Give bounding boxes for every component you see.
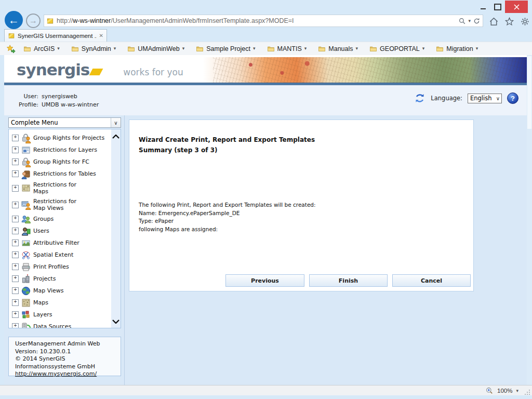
sidebar-item-attributive-filter[interactable]: +Attributive Filter [9,237,111,249]
cubes-icon [21,310,31,320]
expand-icon[interactable]: + [12,185,19,192]
expand-icon[interactable]: + [12,311,19,318]
expand-icon[interactable]: + [12,228,19,234]
minimize-button[interactable] [476,1,490,13]
folder-icon [71,45,79,52]
sidebar-item-group-rights-for-projects[interactable]: +Group Rights for Projects [9,132,111,144]
home-button[interactable] [487,16,500,27]
address-bar[interactable]: http://w-ws-wintner/UserManagementAdminW… [44,15,483,27]
close-button[interactable] [505,1,528,13]
sidebar-item-spatial-extent[interactable]: +Spatial Extent [9,249,111,261]
tab-synergis-usermanagement[interactable]: SynerGIS Usermanagement ... ✕ [4,29,107,42]
expand-icon[interactable]: + [12,240,19,246]
folder-icon [267,45,275,52]
expand-icon[interactable]: + [12,299,19,306]
scrollbar-thumb[interactable] [527,56,531,129]
expand-icon[interactable]: + [12,287,19,294]
sidebar-item-print-profiles[interactable]: +Print Profiles [9,261,111,273]
tab-close-icon[interactable]: ✕ [99,33,103,38]
logo-swoosh-icon [89,69,103,75]
menu-list: +Group Rights for Projects +Restrictions… [9,129,111,328]
sidebar-item-restrictions-for-layers[interactable]: +Restrictions for Layers [9,144,111,156]
previous-button[interactable]: Previous [225,274,304,287]
expand-icon[interactable]: + [12,147,19,153]
search-caret-icon[interactable]: ▾ [468,19,471,23]
forward-icon: → [29,16,37,25]
favorite-manuals[interactable]: Manuals▾ [314,44,362,54]
back-button[interactable]: ← [5,11,23,29]
chevron-down-icon: ▾ [114,46,116,51]
expand-icon[interactable]: + [12,158,19,165]
favorite-label: MANTIS [277,45,302,52]
expand-icon[interactable]: + [12,323,19,328]
forward-button[interactable]: → [26,14,41,28]
folder-icon [196,45,204,52]
sidebar-item-map-views[interactable]: +Map Views [9,285,111,297]
url-domain: w-ws-wintner [73,17,111,24]
menu-mode-select[interactable]: Complete Menu ∨ [8,117,121,128]
favorite-label: UMAdminWeb [138,45,179,52]
favorite-sample-project[interactable]: Sample Project▾ [192,44,259,54]
sidebar-item-data-sources[interactable]: +Data Sources [9,321,111,328]
reload-icon[interactable] [414,92,425,104]
expand-icon[interactable]: + [12,216,19,222]
zoom-caret-icon[interactable]: ▾ [516,389,518,393]
site-favicon [46,17,54,25]
search-icon[interactable] [458,17,466,25]
scroll-down-icon[interactable] [111,316,121,327]
synergis-logo: synergis works for you [17,60,183,79]
refresh-icon[interactable] [473,17,481,25]
chevron-down-icon: ▾ [476,46,478,51]
expand-icon[interactable]: + [12,170,19,177]
sidebar-item-groups[interactable]: +Groups [9,213,111,225]
sidebar-item-restrictions-for-map-views[interactable]: +Restrictions for Map Views [9,196,111,213]
sidebar-item-restrictions-for-tables[interactable]: +Restrictions for Tables [9,168,111,180]
about-box: UserManagement Admin Web Version: 10.230… [8,337,121,376]
browser-scrollbar[interactable] [527,55,532,385]
summary-line: Name: Emergency.ePaperSample_DE [139,209,316,218]
expand-icon[interactable]: + [12,251,19,258]
favorite-arcgis[interactable]: ArcGIS▾ [20,44,63,54]
language-select[interactable]: English ∨ [468,94,502,103]
sidebar-item-group-rights-for-fc[interactable]: +Group Rights for FC [9,156,111,168]
chevron-down-icon: ▾ [422,46,425,51]
profile-value: UMDB w-ws-wintner [42,101,99,108]
expand-icon[interactable]: + [12,263,19,270]
favorite-synadmin[interactable]: SynAdmin▾ [68,44,120,54]
synergis-link[interactable]: http://www.mysynergis.com/ [15,370,97,377]
favorite-geoportal[interactable]: GEOPORTAL▾ [366,44,428,54]
zoom-level: 100% [497,388,512,394]
printer-icon [21,262,31,272]
help-button[interactable]: ? [507,92,518,104]
url-text[interactable]: http://w-ws-wintner/UserManagementAdminW… [57,17,458,24]
expand-icon[interactable]: + [12,275,19,282]
expand-icon[interactable]: + [12,202,19,208]
sidebar-item-projects[interactable]: +Projects [9,273,111,285]
maximize-icon [494,4,501,10]
sidebar-item-maps[interactable]: +Maps [9,297,111,309]
favorite-umadminweb[interactable]: UMAdminWeb▾ [124,44,188,54]
resize-grip[interactable] [525,390,530,395]
wizard-summary: The following Print, Report and Export T… [139,201,316,233]
image-filter-icon [21,238,31,248]
sidebar-item-users[interactable]: +Users [9,225,111,237]
address-bar-icons: ▾ [458,17,481,25]
expand-icon[interactable]: + [12,135,19,141]
home-icon [489,17,499,26]
cancel-button[interactable]: Cancel [392,274,471,287]
zoom-control[interactable]: 100% ▾ [485,387,518,395]
sidebar-item-layers[interactable]: +Layers [9,309,111,321]
favorite-mantis[interactable]: MANTIS▾ [263,44,311,54]
about-line: UserManagement Admin Web [15,340,121,348]
scroll-up-icon[interactable] [111,131,121,142]
favorites-button[interactable] [503,16,515,27]
lock-user-icon [21,157,31,167]
favorite-migration[interactable]: Migration▾ [432,44,482,54]
maximize-button[interactable] [490,1,505,13]
menu-item-label: Spatial Extent [33,251,73,258]
sidebar-item-restrictions-for-maps[interactable]: +Restrictions for Maps [9,180,111,196]
finish-button[interactable]: Finish [309,274,388,287]
add-favorite-icon[interactable] [6,44,16,54]
menu-scrollbar[interactable] [111,129,121,328]
settings-button[interactable] [518,16,531,27]
